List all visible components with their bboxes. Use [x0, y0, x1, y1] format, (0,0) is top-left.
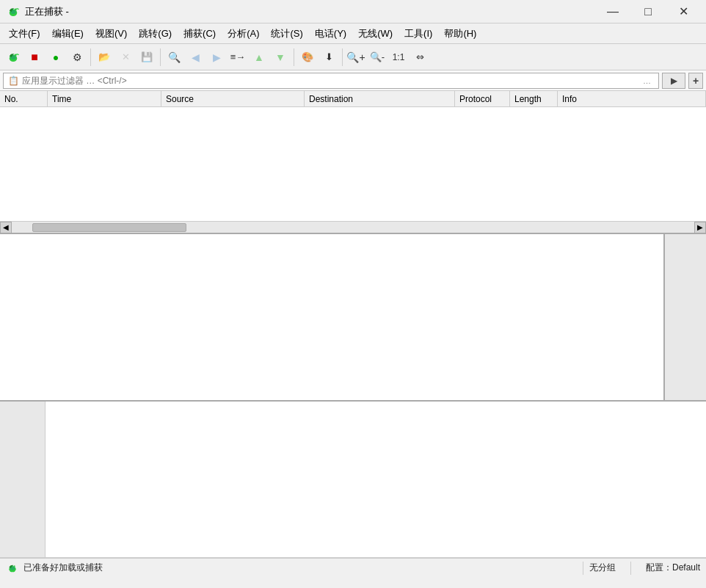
- col-header-info: Info: [558, 91, 706, 106]
- app-toolbar-icon: [3, 47, 23, 68]
- status-text: 已准备好加载或捕获: [23, 562, 103, 574]
- packet-list-area: No. Time Source Destination Protocol Len…: [0, 91, 706, 234]
- sep3: [294, 48, 294, 66]
- menu-help[interactable]: 帮助(H): [438, 24, 482, 43]
- packet-list-body: [0, 107, 706, 221]
- go-forward-button[interactable]: ▶: [206, 47, 227, 68]
- capture-options-button[interactable]: ⚙: [67, 47, 87, 68]
- filter-input[interactable]: [22, 76, 643, 86]
- save-file-button[interactable]: 💾: [137, 47, 157, 68]
- menu-phone[interactable]: 电话(Y): [309, 24, 352, 43]
- colorize-button[interactable]: 🎨: [297, 47, 318, 68]
- close-button[interactable]: ✕: [666, 0, 700, 23]
- col-header-protocol: Protocol: [455, 91, 510, 106]
- scroll-track[interactable]: [12, 223, 694, 232]
- menu-bar: 文件(F) 编辑(E) 视图(V) 跳转(G) 捕获(C) 分析(A) 统计(S…: [0, 23, 706, 44]
- restart-capture-button[interactable]: ●: [46, 47, 66, 68]
- sep2: [160, 48, 161, 66]
- filter-bar: 📋 … ▶ +: [0, 70, 706, 91]
- filter-icon: 📋: [8, 76, 19, 86]
- title-bar: 正在捕获 - — □ ✕: [0, 0, 706, 23]
- filter-apply-button[interactable]: ▶: [662, 73, 685, 89]
- col-header-length: Length: [510, 91, 558, 106]
- menu-jump[interactable]: 跳转(G): [133, 24, 178, 43]
- bottom-panel: [0, 402, 706, 558]
- status-bar: 已准备好加载或捕获 无分组 配置：Default: [0, 558, 706, 577]
- col-header-source: Source: [161, 91, 305, 106]
- stop-capture-button[interactable]: ■: [24, 47, 45, 68]
- menu-file[interactable]: 文件(F): [3, 24, 46, 43]
- zoom-normal-button[interactable]: 1:1: [388, 47, 409, 68]
- svg-point-8: [14, 565, 15, 567]
- status-divider2: [630, 562, 631, 575]
- menu-edit[interactable]: 编辑(E): [46, 24, 90, 43]
- col-header-no: No.: [0, 91, 48, 106]
- filter-input-wrap: 📋 …: [3, 73, 659, 89]
- packet-list-header: No. Time Source Destination Protocol Len…: [0, 91, 706, 107]
- packet-details-panel: [0, 234, 663, 400]
- packet-bytes-panel: [663, 234, 706, 400]
- filter-dots: …: [643, 76, 651, 85]
- autoscroll-button[interactable]: ⬇: [319, 47, 339, 68]
- filter-arrow-icon: ▶: [671, 76, 677, 86]
- minimize-button[interactable]: —: [596, 0, 630, 23]
- search-button[interactable]: 🔍: [164, 47, 184, 68]
- menu-capture[interactable]: 捕获(C): [178, 24, 222, 43]
- open-file-button[interactable]: 📂: [94, 47, 114, 68]
- group-text: 无分组: [589, 562, 616, 574]
- zoom-out-button[interactable]: 🔍-: [367, 47, 387, 68]
- sep4: [342, 48, 343, 66]
- menu-wireless[interactable]: 无线(W): [352, 24, 399, 43]
- title-text: 正在捕获 -: [25, 5, 596, 18]
- col-header-destination: Destination: [305, 91, 455, 106]
- status-right: 无分组 配置：Default: [589, 562, 700, 575]
- config-text: 配置：Default: [646, 562, 700, 574]
- status-icon: [6, 562, 19, 575]
- col-header-time: Time: [48, 91, 161, 106]
- go-back-button[interactable]: ◀: [185, 47, 205, 68]
- close-file-button[interactable]: ✕: [115, 47, 136, 68]
- filter-add-button[interactable]: +: [688, 73, 703, 89]
- app-icon: [6, 4, 21, 19]
- prev-packet-button[interactable]: ▲: [249, 47, 269, 68]
- toolbar: ■ ● ⚙ 📂 ✕ 💾 🔍 ◀ ▶ ≡→ ▲ ▼ 🎨: [0, 44, 706, 70]
- menu-view[interactable]: 视图(V): [90, 24, 133, 43]
- window-controls: — □ ✕: [596, 0, 700, 23]
- scroll-thumb[interactable]: [32, 223, 186, 232]
- packet-list-scrollbar[interactable]: ◀ ▶: [0, 221, 706, 233]
- menu-tools[interactable]: 工具(I): [399, 24, 438, 43]
- resize-columns-button[interactable]: ⇔: [410, 47, 430, 68]
- maximize-button[interactable]: □: [631, 0, 665, 23]
- menu-analyze[interactable]: 分析(A): [222, 24, 265, 43]
- bottom-content: [46, 402, 706, 557]
- scroll-right-button[interactable]: ▶: [694, 222, 706, 233]
- scroll-left-button[interactable]: ◀: [0, 222, 12, 233]
- goto-packet-button[interactable]: ≡→: [228, 47, 248, 68]
- next-packet-button[interactable]: ▼: [270, 47, 291, 68]
- bottom-gutter: [0, 402, 46, 557]
- sep1: [90, 48, 91, 66]
- packet-details-area: [0, 234, 706, 402]
- menu-stats[interactable]: 统计(S): [265, 24, 308, 43]
- zoom-in-button[interactable]: 🔍+: [346, 47, 366, 68]
- status-divider: [583, 562, 583, 575]
- status-left: 已准备好加载或捕获: [6, 562, 577, 575]
